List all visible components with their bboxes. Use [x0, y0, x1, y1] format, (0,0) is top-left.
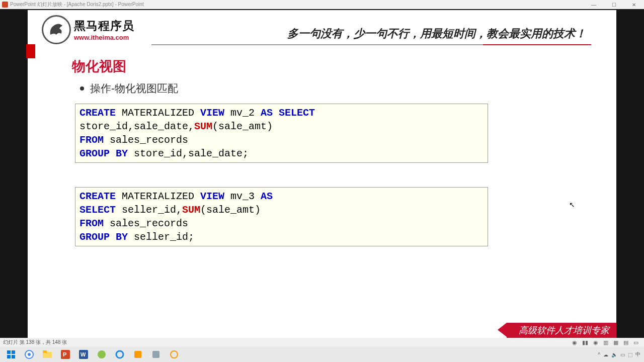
reading-view-icon[interactable]: ▤	[623, 339, 628, 346]
code-block-2: CREATE MATERIALIZED VIEW mv_3 AS SELECT …	[75, 187, 488, 246]
svg-point-16	[171, 351, 178, 358]
svg-point-5	[28, 353, 31, 356]
app-icon[interactable]	[94, 348, 109, 360]
window-title: PowerPoint 幻灯片放映 - [Apache Doris2.pptx] …	[10, 1, 144, 8]
logo: 黑马程序员 www.itheima.com	[42, 15, 134, 44]
divider-accent	[483, 44, 591, 45]
tray-chevron-icon[interactable]: ^	[598, 352, 600, 357]
normal-view-icon[interactable]: ▥	[603, 339, 608, 346]
slideshow-area[interactable]: 黑马程序员 www.itheima.com 多一句没有，少一句不行，用最短时间，…	[0, 9, 644, 338]
close-button[interactable]: ✕	[624, 2, 644, 8]
tray-ime-icon[interactable]: 中	[635, 351, 640, 358]
slideshow-view-icon[interactable]: ▭	[633, 339, 638, 346]
svg-rect-14	[134, 351, 141, 358]
minimize-button[interactable]: —	[584, 2, 604, 8]
section-title: 物化视图	[72, 57, 126, 75]
logo-text-url: www.itheima.com	[74, 34, 134, 41]
powerpoint-taskbar-icon[interactable]: P	[58, 348, 73, 360]
svg-rect-3	[12, 355, 15, 358]
svg-rect-7	[43, 350, 47, 353]
svg-text:W: W	[80, 351, 86, 357]
svg-rect-15	[152, 351, 159, 358]
bullet-text: 操作-物化视图匹配	[90, 81, 178, 96]
code-block-1: CREATE MATERIALIZED VIEW mv_2 AS SELECT …	[75, 104, 488, 163]
windows-taskbar[interactable]: P W ^ ☁ 🔈 ▭ ⬚ 中	[0, 347, 644, 362]
svg-rect-1	[12, 350, 15, 354]
slide-counter: 幻灯片 第 138 张，共 148 张	[3, 339, 67, 346]
svg-point-13	[116, 351, 123, 358]
red-accent-tab	[26, 44, 35, 58]
tray-weather-icon[interactable]: ☁	[603, 352, 608, 357]
maximize-button[interactable]: ☐	[604, 2, 624, 8]
status-icon[interactable]: ▮▮	[582, 339, 588, 346]
slide: 黑马程序员 www.itheima.com 多一句没有，少一句不行，用最短时间，…	[28, 10, 616, 338]
slogan-text: 多一句没有，少一句不行，用最短时间，教会最实用的技术！	[287, 26, 586, 41]
tray-network-icon[interactable]: ⬚	[628, 352, 632, 357]
bullet-item: 操作-物化视图匹配	[80, 81, 178, 96]
powerpoint-icon	[2, 2, 8, 8]
svg-point-12	[98, 350, 106, 358]
logo-text-cn: 黑马程序员	[74, 18, 134, 34]
word-taskbar-icon[interactable]: W	[76, 348, 91, 360]
file-explorer-icon[interactable]	[40, 348, 55, 360]
status-icon[interactable]: ◉	[572, 339, 577, 346]
app-icon[interactable]	[130, 348, 145, 360]
ie-icon[interactable]	[112, 348, 127, 360]
bullet-dot-icon	[80, 86, 84, 90]
start-button[interactable]	[4, 348, 19, 360]
svg-rect-2	[7, 355, 11, 358]
footer-ribbon: 高级软件人才培训专家	[507, 323, 616, 338]
svg-rect-0	[7, 350, 11, 354]
system-tray[interactable]: ^ ☁ 🔈 ▭ ⬚ 中	[596, 351, 642, 358]
app-icon[interactable]	[167, 348, 182, 360]
svg-text:P: P	[63, 351, 66, 357]
horse-logo-icon	[42, 15, 71, 44]
chrome-icon[interactable]	[22, 348, 37, 360]
tray-volume-icon[interactable]: 🔈	[611, 352, 617, 357]
sorter-view-icon[interactable]: ▦	[613, 339, 618, 346]
tray-battery-icon[interactable]: ▭	[620, 352, 625, 357]
status-bar: 幻灯片 第 138 张，共 148 张 ◉ ▮▮ ◉ ▥ ▦ ▤ ▭	[0, 338, 644, 347]
window-title-bar: PowerPoint 幻灯片放映 - [Apache Doris2.pptx] …	[0, 0, 644, 9]
app-icon[interactable]	[148, 348, 164, 360]
status-icon[interactable]: ◉	[593, 339, 598, 346]
